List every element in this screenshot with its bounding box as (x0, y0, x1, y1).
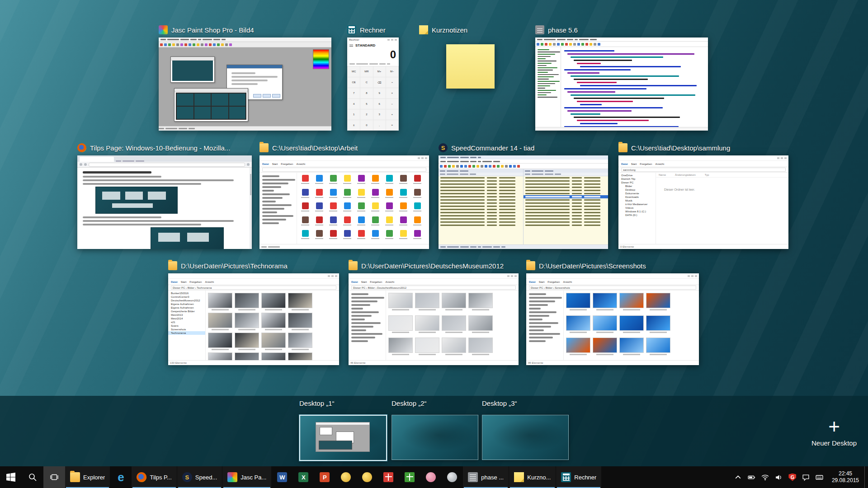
task-view-button[interactable] (43, 466, 65, 488)
task-view-window-paintshop[interactable]: Jasc Paint Shop Pro - Bild4 (159, 25, 349, 131)
taskbar-app-gray[interactable] (442, 466, 462, 488)
window-thumbnail-deutschesmuseum[interactable]: DateiStartFreigebenAnsicht Dieser PC › B… (349, 273, 519, 365)
taskbar-app-speedcommander[interactable]: Speed... (177, 466, 222, 488)
desktop-label: Desktop „3“ (482, 399, 569, 409)
tray-antivirus[interactable] (786, 466, 799, 488)
taskbar-app-rechner[interactable]: Rechner (556, 466, 601, 488)
phase-icon (535, 25, 544, 34)
taskbar-app-phase[interactable]: phase ... (463, 466, 509, 488)
window-thumbnail-phase[interactable] (535, 38, 708, 131)
calculator-keys: MCMRM+M−CEC⌫÷789×456−123+±0,= (347, 66, 399, 131)
taskbar-app-pink[interactable] (420, 466, 441, 488)
window-header: Rechner (347, 25, 410, 35)
task-view-window-screenshots[interactable]: D:\UserDaten\Pictures\Screenshots DateiS… (526, 261, 707, 365)
thumbnail-content (77, 155, 252, 249)
window-title: Tilps Page: Windows-10-Bedienung - Mozil… (90, 144, 230, 152)
window-header: C:\Users\tiad\Desktop\sammlung (618, 143, 799, 153)
speedcommander-icon (439, 143, 448, 152)
desktop-item-2[interactable]: Desktop „2“ (392, 399, 478, 460)
window-header: D:\UserDaten\Pictures\DeutschesMuseum201… (349, 261, 529, 271)
desktop-thumbnail-2[interactable] (392, 415, 478, 460)
window-thumbnail-arbeit[interactable]: DateiStartFreigebenAnsicht (259, 155, 429, 249)
folder-icon (168, 261, 177, 270)
tray-volume[interactable] (772, 466, 786, 488)
window-title: phase 5.6 (548, 26, 578, 34)
task-view-window-firefox[interactable]: Tilps Page: Windows-10-Bedienung - Mozil… (77, 143, 258, 249)
window-header: Kurznotizen (419, 25, 519, 35)
task-view-window-sammlung[interactable]: C:\Users\tiad\Desktop\sammlung DateiStar… (618, 143, 799, 249)
task-view-window-deutschesmuseum[interactable]: D:\UserDaten\Pictures\DeutschesMuseum201… (349, 261, 529, 365)
window-thumbnail-rechner[interactable]: Rechner STANDARD 0 MCMRM+M−CEC⌫÷789×456−… (347, 38, 399, 131)
desktop-thumbnail-3[interactable] (482, 415, 569, 460)
tray-battery[interactable] (745, 466, 759, 488)
taskbar-app-gold-2[interactable] (357, 466, 377, 488)
taskbar-app-explorer[interactable]: Explorer (65, 466, 110, 488)
tray-keyboard[interactable] (813, 466, 826, 488)
start-button[interactable] (0, 466, 22, 488)
desktop-label: Desktop „1“ (299, 399, 387, 409)
tray-expand-button[interactable] (731, 466, 745, 488)
screen: Jasc Paint Shop Pro - Bild4 Rech (0, 0, 868, 488)
taskbar-app-powerpoint[interactable] (314, 466, 335, 488)
task-view-window-phase[interactable]: phase 5.6 (535, 25, 725, 131)
calculator-mode: STANDARD (355, 43, 375, 47)
paintshop-icon (159, 25, 168, 34)
window-title: D:\UserDaten\Pictures\DeutschesMuseum201… (361, 262, 504, 270)
show-desktop-button[interactable] (864, 466, 868, 488)
taskbar-app-red-grid[interactable] (378, 466, 399, 488)
task-view-window-rechner[interactable]: Rechner Rechner STANDARD 0 MCMRM+M−CEC⌫÷… (347, 25, 410, 131)
desktop-item-1[interactable]: Desktop „1“ (299, 399, 387, 461)
window-thumbnail-paintshop[interactable] (159, 38, 331, 131)
window-thumbnail-speedcommander[interactable] (439, 155, 608, 249)
notification-bubble-icon (802, 474, 810, 481)
thumbnail-content: DateiStartFreigebenAnsicht Dieser PC › B… (349, 273, 519, 365)
desktop-thumbnail-1[interactable] (299, 415, 387, 461)
window-thumbnail-firefox[interactable] (77, 155, 252, 249)
taskbar-clock[interactable]: 22:45 29.08.2015 (826, 466, 864, 488)
paintshop-icon (227, 472, 237, 482)
search-icon (28, 473, 37, 482)
search-button[interactable] (22, 466, 43, 488)
window-title: SpeedCommander 14 - tiad (451, 144, 534, 152)
wifi-icon (761, 474, 769, 481)
window-header: SpeedCommander 14 - tiad (439, 143, 619, 153)
thumbnail-content (535, 38, 708, 131)
gray-round-app-icon (447, 472, 457, 482)
window-title: Rechner (360, 26, 386, 34)
task-view-window-arbeit[interactable]: C:\Users\tiad\Desktop\Arbeit DateiStartF… (259, 143, 440, 249)
window-title: Kurznotizen (432, 26, 467, 34)
taskbar: Explorer Tilps P... Speed... Jasc Pa... (0, 466, 868, 488)
firefox-icon (137, 472, 146, 482)
task-view-icon (50, 473, 59, 482)
firefox-icon (77, 143, 86, 152)
window-thumbnail-sammlung[interactable]: DateiStartFreigebenAnsicht sammlung OneD… (618, 155, 788, 249)
battery-icon (748, 474, 755, 481)
stickynote-icon (514, 472, 524, 482)
speaker-icon (775, 474, 783, 481)
task-view-window-kurznotizen[interactable]: Kurznotizen (419, 25, 519, 89)
taskbar-app-paintshop[interactable]: Jasc Pa... (222, 466, 271, 488)
taskbar-app-firefox[interactable]: Tilps P... (132, 466, 176, 488)
task-view-window-technorama[interactable]: D:\UserDaten\Pictures\Technorama DateiSt… (168, 261, 349, 365)
taskbar-app-excel[interactable] (293, 466, 314, 488)
desktop-label: Desktop „2“ (392, 399, 478, 409)
task-view-window-speedcommander[interactable]: SpeedCommander 14 - tiad (439, 143, 619, 249)
new-desktop-button[interactable]: + Neuer Desktop (802, 417, 866, 447)
stickynote-icon (419, 25, 428, 34)
window-title: D:\UserDaten\Pictures\Screenshots (539, 262, 646, 270)
taskbar-app-gold-1[interactable] (335, 466, 356, 488)
window-thumbnail-technorama[interactable]: DateiStartFreigebenAnsicht Dieser PC › B… (168, 273, 339, 365)
gold-round-app-icon (341, 472, 351, 482)
tray-network[interactable] (759, 466, 772, 488)
taskbar-app-green-grid[interactable] (399, 466, 420, 488)
tray-action-center[interactable] (799, 466, 813, 488)
window-thumbnail-kurznotizen[interactable] (446, 44, 495, 89)
desktop-item-3[interactable]: Desktop „3“ (482, 399, 569, 460)
taskbar-app-kurznotizen[interactable]: Kurzno... (509, 466, 556, 488)
antivirus-shield-icon (788, 474, 796, 481)
excel-icon (298, 472, 308, 482)
taskbar-app-edge[interactable] (110, 466, 131, 488)
folder-icon (259, 143, 269, 152)
taskbar-app-word[interactable] (272, 466, 292, 488)
window-thumbnail-screenshots[interactable]: DateiStartFreigebenAnsicht Dieser PC › B… (526, 273, 699, 365)
